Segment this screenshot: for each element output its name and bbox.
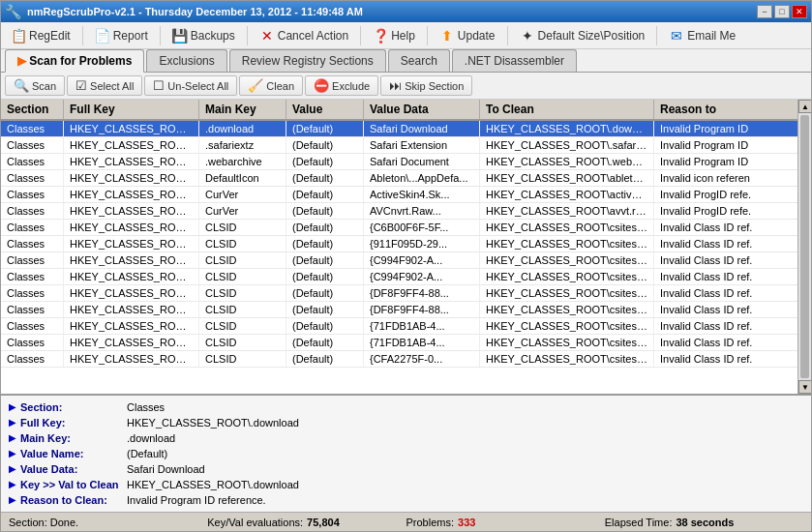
table-row[interactable]: Classes HKEY_CLASSES_ROOT\ablet... Defau… [1,170,797,187]
col-header-mainkey[interactable]: Main Key [199,100,286,119]
cell-mainkey: CLSID [199,335,286,350]
cell-mainkey: CLSID [199,318,286,334]
scrollbar-thumb[interactable] [800,115,809,378]
tab-registry[interactable]: Review Registry Sections [229,49,386,72]
cell-mainkey: CLSID [199,285,286,301]
detail-arrow: ▶ [9,415,16,430]
status-problems: Problems: 333 [406,517,605,528]
menu-report[interactable]: 📄 Report [89,26,154,45]
detail-arrow: ▶ [9,430,16,446]
menu-regedit[interactable]: 📋 RegEdit [5,26,76,45]
menu-backups[interactable]: 💾 Backups [166,26,241,45]
detail-label: Value Data: [20,461,127,477]
cell-mainkey: CLSID [199,220,286,235]
detail-row: ▶ Section: Classes [9,399,803,415]
cell-toclean: HKEY_CLASSES_ROOT\csitest.csi co... [480,351,654,367]
cell-value: (Default) [286,285,364,301]
close-button[interactable]: ✕ [792,5,807,18]
clean-button[interactable]: 🧹 Clean [239,75,303,96]
minimize-button[interactable]: − [757,5,772,18]
tab-exclusions[interactable]: Exclusions [146,49,226,72]
table-row[interactable]: Classes HKEY_CLASSES_ROOT\csites... CLSI… [1,236,797,252]
col-header-reason[interactable]: Reason to [654,100,770,119]
table-row[interactable]: Classes HKEY_CLASSES_ROOT\.dow... .downl… [1,121,797,137]
cell-toclean: HKEY_CLASSES_ROOT\csitest.csi_ad... [480,252,654,268]
table-row[interactable]: Classes HKEY_CLASSES_ROOT\csites... CLSI… [1,269,797,285]
col-header-valuedata[interactable]: Value Data [364,100,480,119]
cell-value: (Default) [286,269,364,284]
table-row[interactable]: Classes HKEY_CLASSES_ROOT\csites... CLSI… [1,285,797,302]
tab-search[interactable]: Search [388,49,450,72]
detail-panel: ▶ Section: Classes ▶ Full Key: HKEY_CLAS… [1,394,811,512]
cell-section: Classes [1,302,64,317]
skip-icon: ⏭ [389,78,402,93]
exclude-button[interactable]: ⛔ Exclude [305,75,378,96]
cell-valuedata: {71FDB1AB-4... [364,318,480,334]
table-row[interactable]: Classes HKEY_CLASSES_ROOT\avvt... CurVer… [1,203,797,220]
cell-reason: Invalid Program ID [654,154,770,169]
detail-label: Reason to Clean: [20,492,127,508]
cell-valuedata: Safari Document [364,154,480,169]
update-icon: ⬆ [439,28,455,44]
cell-fullkey: HKEY_CLASSES_ROOT\csites... [64,335,199,350]
scrollbar[interactable]: ▲ ▼ [797,100,811,394]
col-header-value[interactable]: Value [286,100,364,119]
detail-arrow: ▶ [9,461,16,477]
menu-default[interactable]: ✦ Default Size\Position [514,26,651,45]
col-header-toclean[interactable]: To Clean [480,100,654,119]
menu-sep-5 [427,26,428,45]
skip-button[interactable]: ⏭ Skip Section [380,75,472,96]
cell-toclean: HKEY_CLASSES_ROOT\csitest.csi_co... [480,318,654,334]
cell-toclean: HKEY_CLASSES_ROOT\activeskin4.ski... [480,187,654,202]
cell-value: (Default) [286,170,364,186]
menu-help[interactable]: ❓ Help [367,26,421,45]
cell-fullkey: HKEY_CLASSES_ROOT\active... [64,187,199,202]
detail-arrow: ▶ [9,492,16,508]
cell-reason: Invalid ProgID refe. [654,187,770,202]
table-row[interactable]: Classes HKEY_CLASSES_ROOT\csites... CLSI… [1,335,797,351]
cell-reason: Invalid Class ID ref. [654,269,770,284]
col-header-fullkey[interactable]: Full Key [64,100,199,119]
cell-mainkey: CurVer [199,203,286,219]
unselect-all-button[interactable]: ☐ Un-Select All [144,75,237,96]
menu-sep-2 [160,26,161,45]
cell-valuedata: {C994F902-A... [364,252,480,268]
table-row[interactable]: Classes HKEY_CLASSES_ROOT\csites... CLSI… [1,252,797,269]
cell-value: (Default) [286,302,364,317]
col-header-section[interactable]: Section [1,100,64,119]
maximize-button[interactable]: □ [774,5,790,18]
table-row[interactable]: Classes HKEY_CLASSES_ROOT\csites... CLSI… [1,351,797,368]
tab-dotnet[interactable]: .NET Disassembler [452,49,577,72]
detail-row: ▶ Main Key: .download [9,430,803,446]
backups-icon: 💾 [172,28,188,44]
cell-reason: Invalid Program ID [654,137,770,153]
cell-value: (Default) [286,318,364,334]
menu-sep-1 [82,26,83,45]
scan-icon: 🔍 [14,78,29,93]
scrollbar-up[interactable]: ▲ [798,100,811,113]
window-title: nmRegScrubPro-v2.1 - Thursday December 1… [27,6,363,17]
table-row[interactable]: Classes HKEY_CLASSES_ROOT\csites... CLSI… [1,318,797,335]
cell-section: Classes [1,220,64,235]
table-row[interactable]: Classes HKEY_CLASSES_ROOT\safar... .safa… [1,137,797,154]
menu-update[interactable]: ⬆ Update [434,26,501,45]
cell-valuedata: AVCnvrt.Raw... [364,203,480,219]
table-row[interactable]: Classes HKEY_CLASSES_ROOT\csites... CLSI… [1,302,797,318]
cell-value: (Default) [286,236,364,251]
main-window: 🔧 nmRegScrubPro-v2.1 - Thursday December… [0,0,812,532]
cell-fullkey: HKEY_CLASSES_ROOT\csites... [64,302,199,317]
menu-cancel[interactable]: ✕ Cancel Action [254,26,354,45]
tab-scan[interactable]: ▶ Scan for Problems [5,49,144,73]
scrollbar-down[interactable]: ▼ [798,380,811,394]
problems-count: 333 [458,517,475,528]
table-row[interactable]: Classes HKEY_CLASSES_ROOT\web... .webarc… [1,154,797,170]
cell-section: Classes [1,236,64,251]
scan-button[interactable]: 🔍 Scan [5,75,65,96]
cell-valuedata: {C6B00F6F-5F... [364,220,480,235]
table-row[interactable]: Classes HKEY_CLASSES_ROOT\csites... CLSI… [1,220,797,236]
menu-email[interactable]: ✉ Email Me [663,26,741,45]
select-all-icon: ☑ [75,78,87,93]
detail-value: .download [127,430,175,446]
select-all-button[interactable]: ☑ Select All [67,75,142,96]
table-row[interactable]: Classes HKEY_CLASSES_ROOT\active... CurV… [1,187,797,203]
